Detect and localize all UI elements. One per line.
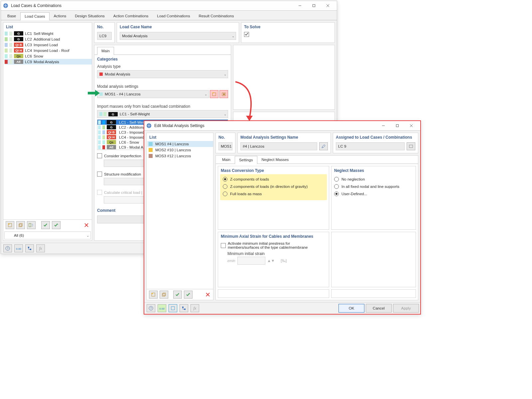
lc-filter-select[interactable]: All (6)⌄ bbox=[4, 231, 91, 239]
green-arrow-icon bbox=[87, 89, 100, 97]
color-swatch-icon bbox=[9, 54, 12, 58]
mass-conversion-option[interactable]: Z-components of loads bbox=[223, 176, 324, 183]
lc-name-field[interactable]: Modal Analysis⌄ bbox=[120, 32, 236, 40]
tab-actions[interactable]: Actions bbox=[50, 12, 71, 20]
edit-modal-settings-icon[interactable] bbox=[219, 90, 228, 98]
maximize-button[interactable] bbox=[307, 1, 321, 10]
category-tag: QI B bbox=[14, 43, 23, 47]
radio-icon bbox=[334, 192, 339, 196]
svg-text:?: ? bbox=[7, 247, 8, 250]
minimize-button[interactable] bbox=[376, 121, 390, 130]
select-all-icon[interactable] bbox=[41, 221, 50, 229]
ok-button[interactable]: OK bbox=[338, 304, 364, 313]
close-button[interactable] bbox=[321, 1, 335, 10]
list-item[interactable]: MOS2 #10 | Lanczos bbox=[147, 147, 213, 153]
new-icon[interactable] bbox=[6, 221, 14, 229]
tosolve-panel: To Solve bbox=[241, 22, 335, 43]
lc-name: Additional Load bbox=[34, 37, 60, 41]
assigned-browse-icon[interactable] bbox=[407, 142, 415, 150]
cancel-button[interactable]: Cancel bbox=[366, 304, 392, 313]
blank-panel-2 bbox=[331, 289, 416, 298]
color-swatch-icon bbox=[9, 60, 12, 64]
list-item[interactable]: AELC9Modal Analysis bbox=[5, 59, 92, 65]
color-icon[interactable] bbox=[169, 304, 177, 312]
mos-name-field[interactable]: #4 | Lanczos bbox=[240, 142, 317, 150]
fx-icon[interactable]: fx bbox=[191, 304, 199, 312]
tab-base[interactable]: Base bbox=[3, 12, 20, 20]
list-item[interactable]: QsLC6Snow bbox=[5, 53, 92, 59]
neglect-masses-option[interactable]: User-Defined... bbox=[334, 190, 413, 198]
edit-name-icon[interactable] bbox=[319, 142, 328, 150]
minimize-button[interactable] bbox=[293, 1, 307, 10]
neglect-masses-option[interactable]: In all fixed nodal and line supports bbox=[334, 183, 413, 190]
mass-conversion-option[interactable]: Full loads as mass bbox=[223, 190, 324, 198]
tab-design-situations[interactable]: Design Situations bbox=[70, 12, 109, 20]
new-icon[interactable] bbox=[149, 291, 158, 299]
lc-no-field[interactable]: LC9 bbox=[97, 32, 112, 40]
list-item[interactable]: MOS1 #4 | Lanczos bbox=[147, 141, 213, 147]
svg-point-6 bbox=[8, 223, 10, 225]
color-swatch-icon bbox=[149, 154, 153, 158]
category-tag: Qs bbox=[107, 140, 116, 144]
fx-icon[interactable]: fx bbox=[36, 244, 45, 252]
list-item[interactable]: QI BLC3Imposed Load bbox=[5, 42, 92, 48]
color-swatch-icon bbox=[9, 32, 12, 36]
svg-point-14 bbox=[212, 92, 214, 93]
select-all-icon[interactable] bbox=[173, 291, 182, 299]
list-item[interactable]: GLC2Additional Load bbox=[5, 36, 92, 42]
tree-icon[interactable] bbox=[180, 304, 188, 312]
delete-icon[interactable] bbox=[82, 221, 90, 229]
svg-rect-24 bbox=[396, 125, 399, 127]
sort-icon[interactable] bbox=[27, 221, 36, 229]
svg-text:0.00: 0.00 bbox=[159, 307, 165, 310]
deselect-all-icon[interactable] bbox=[184, 291, 193, 299]
close-button[interactable] bbox=[404, 121, 418, 130]
duplicate-icon[interactable] bbox=[160, 291, 168, 299]
lc-name: Imposed Load - Roof bbox=[34, 49, 69, 53]
assigned-field[interactable]: LC 9 bbox=[336, 142, 405, 150]
mass-conversion-option[interactable]: Z-components of loads (in direction of g… bbox=[223, 183, 324, 190]
modal-settings-select[interactable]: MOS1 - #4 | Lanczos⌄ bbox=[97, 90, 209, 98]
color-swatch-icon bbox=[5, 60, 8, 64]
deselect-all-icon[interactable] bbox=[52, 221, 61, 229]
category-tag: G bbox=[107, 125, 116, 129]
duplicate-icon[interactable] bbox=[16, 221, 25, 229]
tree-icon[interactable] bbox=[25, 244, 34, 252]
tosolve-checkbox[interactable] bbox=[244, 32, 332, 37]
neglect-panel: Neglect Masses No neglectionIn all fixed… bbox=[331, 166, 416, 230]
tab-settings[interactable]: Settings bbox=[235, 156, 257, 164]
tab-load-cases[interactable]: Load Cases bbox=[20, 12, 49, 20]
tab-action-combinations[interactable]: Action Combinations bbox=[109, 12, 153, 20]
new-modal-settings-icon[interactable] bbox=[210, 90, 218, 98]
analysis-type-select[interactable]: Modal Analysis⌄ bbox=[97, 70, 228, 78]
tab-result-combinations[interactable]: Result Combinations bbox=[194, 12, 238, 20]
activate-prestress-check[interactable]: Activate minimum initial prestress for m… bbox=[221, 241, 326, 249]
lc-name: Self-Weight bbox=[34, 32, 53, 36]
color-swatch-icon bbox=[9, 37, 12, 41]
category-tag: QI H bbox=[14, 48, 23, 53]
mass-conv-panel: Mass Conversion Type Z-components of loa… bbox=[218, 166, 329, 230]
neglect-masses-option[interactable]: No neglection bbox=[334, 176, 413, 183]
maximize-button[interactable] bbox=[390, 121, 404, 130]
list-item[interactable]: MOS3 #12 | Lanczos bbox=[147, 153, 213, 159]
mos-list-toolbar bbox=[147, 289, 213, 300]
list-item[interactable]: GLC1Self-Weight bbox=[5, 31, 92, 36]
apply-button[interactable]: Apply bbox=[393, 304, 419, 313]
color-swatch-icon bbox=[9, 49, 12, 53]
tab-main-inner[interactable]: Main bbox=[97, 47, 114, 55]
tab-neglect-masses[interactable]: Neglect Masses bbox=[257, 156, 293, 164]
help-icon[interactable]: ? bbox=[3, 244, 12, 252]
settings-dialog: Edit Modal Analysis Settings List MOS1 #… bbox=[144, 120, 421, 315]
units-icon[interactable]: 0.00 bbox=[14, 244, 23, 252]
red-arrow-icon bbox=[233, 79, 259, 126]
tab-load-combinations[interactable]: Load Combinations bbox=[153, 12, 194, 20]
lc-list-toolbar bbox=[3, 219, 92, 230]
mos-no-field[interactable]: MOS1 bbox=[218, 142, 232, 150]
delete-icon[interactable] bbox=[204, 291, 212, 298]
list-item[interactable]: QI HLC4Imposed Load - Roof bbox=[5, 48, 92, 53]
tab-main[interactable]: Main bbox=[218, 156, 235, 164]
units-icon[interactable]: 0.00 bbox=[158, 304, 166, 312]
import-mass-select[interactable]: G LC1 - Self-Weight⌄ bbox=[97, 110, 228, 118]
color-swatch-icon bbox=[149, 142, 153, 146]
help-icon[interactable]: ? bbox=[147, 304, 155, 312]
